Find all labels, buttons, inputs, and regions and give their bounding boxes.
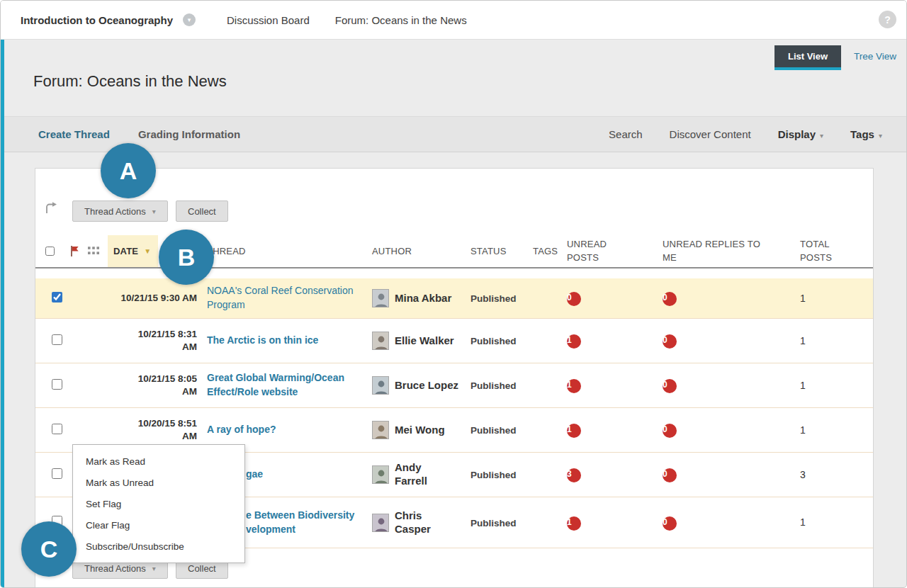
status-badge: Published [471,470,517,480]
chevron-down-icon: ▾ [152,208,156,215]
page-title: Forum: Oceans in the News [33,72,227,91]
status-badge: Published [471,380,517,391]
tab-list-view[interactable]: List View [774,45,841,67]
row-checkbox[interactable] [52,468,62,479]
avatar [372,514,389,532]
grid-icon [88,247,99,256]
select-all-checkbox[interactable] [45,247,55,256]
thread-actions-button[interactable]: Thread Actions▾ [72,200,168,222]
thread-column-header[interactable]: THREAD [204,235,367,267]
grading-information-button[interactable]: Grading Information [138,128,240,140]
unread-replies-badge[interactable]: 0 [663,516,677,531]
row-checkbox[interactable] [52,424,62,434]
menu-item-subscribe[interactable]: Subscribe/Unsubscribe [73,536,244,557]
avatar [372,465,389,484]
row-checkbox[interactable] [52,334,62,345]
status-column-header[interactable]: STATUS [466,235,527,267]
indent-arrow-icon [44,201,58,218]
unread-posts-badge[interactable]: 1 [567,379,581,393]
total-posts-value: 1 [800,378,806,392]
thread-link[interactable]: The Arctic is on thin ice [207,334,367,348]
unread-posts-badge[interactable]: 0 [567,292,581,306]
chevron-down-icon: ▾ [879,132,882,140]
thread-author: Mina Akbar [367,289,466,307]
avatar [372,376,389,395]
thread-link[interactable]: gae [246,468,367,482]
thread-date: 10/21/15 9:30 AM [108,292,204,305]
menu-item-clear-flag[interactable]: Clear Flag [73,514,244,536]
unread-replies-badge[interactable]: 0 [663,379,677,393]
flag-column-header[interactable] [69,235,88,267]
thread-author: Ellie Walker [367,332,466,350]
tab-tree-view[interactable]: Tree View [854,51,896,62]
status-badge: Published [471,425,517,436]
unread-posts-column-header[interactable]: UNREAD POSTS [558,235,658,267]
thread-date: 10/20/15 8:51AM [108,417,204,443]
row-checkbox[interactable] [52,379,62,390]
topbar: Introduction to Oceanography ▾ Discussio… [1,1,906,40]
search-button[interactable]: Search [609,128,643,140]
thread-row: 10/21/15 8:31AM The Arctic is on thin ic… [35,319,873,363]
unread-posts-badge[interactable]: 3 [567,468,581,482]
annotation-circle-c: C [21,521,77,577]
annotation-circle-a: A [101,143,156,198]
breadcrumb-forum: Forum: Oceans in the News [335,14,467,26]
collect-button[interactable]: Collect [176,200,228,222]
thread-context-menu: Mark as Read Mark as Unread Set Flag Cle… [72,444,245,563]
avatar [372,332,389,350]
avatar [372,421,389,439]
unread-replies-badge[interactable]: 0 [663,468,677,482]
tags-column-header[interactable]: TAGS [527,235,558,267]
thread-author: Mei Wong [367,421,466,439]
avatar [372,289,389,307]
list-view-active-indicator [774,67,841,70]
thread-date: 10/21/15 8:05AM [108,373,204,398]
row-checkbox[interactable] [52,292,62,303]
help-icon[interactable]: ? [879,11,896,28]
total-posts-value: 1 [800,515,806,529]
thread-link[interactable]: A ray of hope? [207,423,367,437]
thread-link[interactable]: e Between Biodiversityvelopment [246,509,367,536]
sort-arrow-icon: ▼ [144,247,151,255]
unread-posts-badge[interactable]: 1 [567,334,581,349]
unread-posts-badge[interactable]: 1 [567,516,581,531]
status-badge: Published [471,518,517,528]
flag-icon [69,245,80,257]
create-thread-button[interactable]: Create Thread [38,128,110,140]
thread-row: 10/21/15 9:30 AM NOAA's Coral Reef Conse… [35,278,873,319]
thread-author: ChrisCasper [367,509,466,536]
discover-content-button[interactable]: Discover Content [670,128,751,140]
breadcrumb-discussion-board[interactable]: Discussion Board [227,14,310,26]
thread-row: 10/21/15 8:05AM Great Global Warming/Oce… [35,363,873,408]
thread-list-card: Thread Actions▾ Collect DATE▼ THREAD AUT… [35,168,874,588]
thread-author: Bruce Lopez [367,376,466,395]
thread-date: 10/21/15 8:31AM [108,328,204,354]
screen: Introduction to Oceanography ▾ Discussio… [0,0,907,588]
display-menu[interactable]: Display▾ [778,128,823,140]
total-posts-column-header[interactable]: TOTAL POSTS [792,235,873,267]
menu-item-set-flag[interactable]: Set Flag [73,493,244,514]
total-posts-value: 1 [800,334,806,348]
menu-item-mark-as-read[interactable]: Mark as Read [73,451,244,472]
tags-menu[interactable]: Tags▾ [850,128,882,140]
accent-stripe [1,40,4,587]
status-badge: Published [471,293,517,304]
thread-link[interactable]: Great Global Warming/OceanEffect/Role we… [207,371,367,399]
menu-item-mark-as-unread[interactable]: Mark as Unread [73,472,244,493]
participants-column-header[interactable] [88,235,108,267]
total-posts-value: 1 [800,291,806,305]
chevron-down-icon[interactable]: ▾ [183,13,196,26]
author-column-header[interactable]: AUTHOR [367,235,466,267]
unread-replies-badge[interactable]: 0 [663,424,677,438]
total-posts-value: 1 [800,423,806,437]
thread-link[interactable]: NOAA's Coral Reef ConservationProgram [207,284,367,312]
course-title: Introduction to Oceanography [21,14,173,26]
unread-replies-column-header[interactable]: UNREAD REPLIES TO ME [658,235,792,267]
status-badge: Published [471,336,517,346]
unread-replies-badge[interactable]: 0 [663,334,677,349]
annotation-circle-b: B [159,230,214,285]
unread-replies-badge[interactable]: 0 [663,292,677,306]
chevron-down-icon: ▾ [820,132,823,140]
unread-posts-badge[interactable]: 1 [567,424,581,438]
chevron-down-icon: ▾ [152,565,156,572]
